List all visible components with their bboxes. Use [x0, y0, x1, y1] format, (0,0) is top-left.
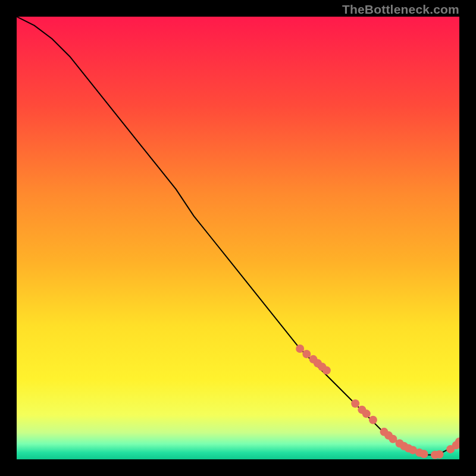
highlight-dot — [362, 409, 371, 418]
chart-background — [17, 17, 459, 459]
chart-svg — [17, 17, 459, 459]
highlight-dot — [436, 450, 444, 459]
highlight-dot — [322, 366, 331, 374]
watermark-text: TheBottleneck.com — [342, 2, 459, 17]
highlight-dot — [302, 350, 311, 358]
highlight-dot — [296, 345, 304, 353]
chart-stage: TheBottleneck.com — [0, 0, 476, 476]
highlight-dot — [351, 399, 359, 408]
chart-plot-area — [17, 17, 459, 459]
highlight-dot — [369, 416, 377, 424]
highlight-dot — [419, 450, 428, 458]
